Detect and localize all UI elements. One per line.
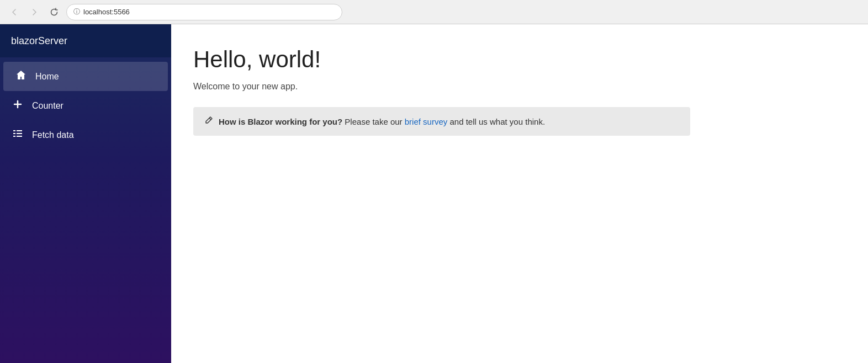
svg-rect-5	[17, 136, 22, 137]
survey-text: How is Blazor working for you? Please ta…	[219, 117, 545, 126]
forward-button[interactable]	[27, 4, 42, 20]
survey-before-link: Please take our	[342, 117, 405, 126]
url-text: localhost:5566	[83, 8, 130, 16]
browser-chrome: ⓘ localhost:5566	[0, 0, 868, 24]
svg-rect-4	[13, 136, 15, 137]
sidebar-item-home-label: Home	[35, 72, 59, 82]
brand-title: blazorServer	[11, 35, 67, 47]
survey-banner: How is Blazor working for you? Please ta…	[193, 107, 690, 136]
svg-rect-2	[13, 133, 15, 134]
sidebar-item-counter[interactable]: Counter	[0, 91, 171, 120]
main-content: Hello, world! Welcome to your new app. H…	[171, 24, 868, 363]
page-subtitle: Welcome to your new app.	[193, 82, 846, 92]
sidebar-nav: Home Counter	[0, 57, 171, 154]
info-icon: ⓘ	[73, 7, 80, 17]
svg-rect-1	[17, 130, 22, 131]
survey-bold-text: How is Blazor working for you?	[219, 117, 342, 126]
plus-icon	[11, 99, 24, 113]
home-icon	[14, 70, 28, 83]
sidebar-brand: blazorServer	[0, 24, 171, 57]
survey-after-link: and tell us what you think.	[447, 117, 545, 126]
app-container: blazorServer Home Counter	[0, 24, 868, 363]
address-bar[interactable]: ⓘ localhost:5566	[66, 4, 342, 20]
pencil-icon	[204, 116, 213, 127]
sidebar-item-fetch-label: Fetch data	[32, 130, 74, 140]
sidebar: blazorServer Home Counter	[0, 24, 171, 363]
sidebar-item-counter-label: Counter	[32, 101, 63, 111]
page-title: Hello, world!	[193, 46, 846, 73]
sidebar-item-home[interactable]: Home	[3, 62, 168, 91]
back-button[interactable]	[7, 4, 22, 20]
sidebar-item-fetch-data[interactable]: Fetch data	[0, 120, 171, 150]
svg-rect-0	[13, 130, 15, 131]
survey-link[interactable]: brief survey	[405, 117, 448, 126]
svg-rect-3	[17, 133, 22, 134]
refresh-button[interactable]	[46, 4, 62, 20]
list-icon	[11, 128, 24, 142]
